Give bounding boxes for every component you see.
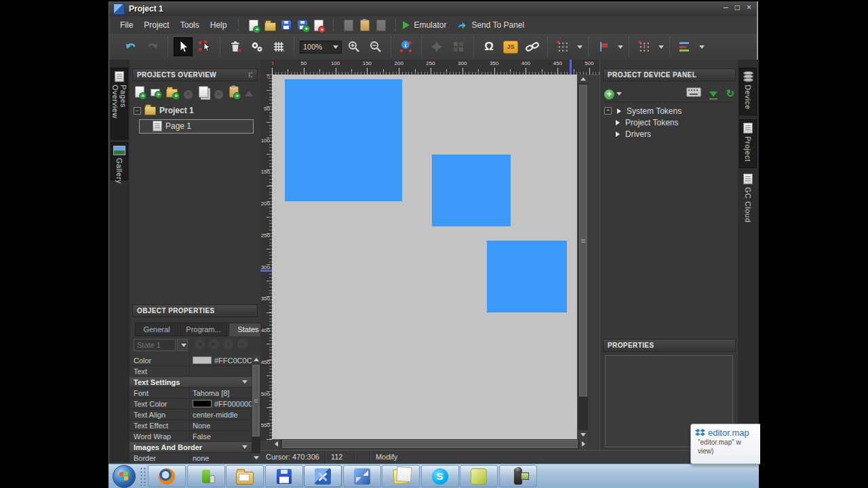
- taskbar-mobile-sync-button[interactable]: [187, 465, 225, 487]
- scroll-up-icon[interactable]: [252, 355, 260, 364]
- new-project-icon-button[interactable]: +: [247, 18, 260, 32]
- taskbar-sticky-notes-button[interactable]: [382, 465, 420, 487]
- zoom-in-button[interactable]: [344, 37, 363, 56]
- dropdown-caret-icon[interactable]: [658, 45, 664, 49]
- collapse-icon[interactable]: –: [134, 107, 141, 115]
- maximize-icon[interactable]: □: [735, 3, 740, 12]
- collapsed-arrow-icon[interactable]: [616, 120, 620, 125]
- color-swatch[interactable]: [193, 357, 212, 364]
- taskbar-notes-app-button[interactable]: [460, 465, 498, 487]
- send-to-panel-button[interactable]: Send To Panel: [471, 20, 524, 30]
- property-value[interactable]: False: [189, 431, 252, 441]
- distribute-button[interactable]: [675, 37, 694, 56]
- omega-button[interactable]: Ω: [479, 37, 498, 56]
- add-token-button[interactable]: +: [604, 87, 614, 100]
- state-selector[interactable]: State 1: [134, 339, 176, 351]
- property-row-images-and-border[interactable]: Images And Border: [130, 442, 252, 453]
- undo-button[interactable]: [121, 37, 140, 56]
- tab-device[interactable]: Device: [739, 68, 757, 115]
- scrollbar-thumb[interactable]: [282, 440, 578, 448]
- zoom-level-select[interactable]: 100%: [300, 41, 342, 54]
- tree-item-project-tokens[interactable]: Project Tokens: [604, 117, 679, 128]
- tab-gc-cloud[interactable]: GC Cloud: [739, 171, 757, 224]
- canvas-widget-3[interactable]: [487, 241, 567, 312]
- property-value[interactable]: [189, 366, 252, 376]
- start-button[interactable]: [113, 465, 136, 488]
- state-dropdown-button[interactable]: [177, 339, 188, 351]
- add-token-caret-icon[interactable]: [616, 92, 622, 96]
- property-row-border[interactable]: Bordernone: [130, 453, 252, 462]
- color-swatch[interactable]: [193, 400, 212, 407]
- tab-gallery[interactable]: Gallery: [111, 142, 128, 180]
- taskbar-firefox-button[interactable]: [148, 465, 186, 487]
- property-value[interactable]: center-middle: [189, 409, 252, 420]
- scrollbar-thumb[interactable]: [252, 365, 260, 436]
- grid-toggle-button[interactable]: [269, 37, 288, 56]
- multi-select-button[interactable]: [195, 37, 214, 56]
- align-flag-button[interactable]: [594, 37, 613, 56]
- text-grid-button[interactable]: T: [635, 37, 654, 56]
- dropdown-caret-icon[interactable]: [577, 45, 583, 49]
- download-tokens-button[interactable]: [709, 87, 717, 100]
- menu-project[interactable]: Project: [138, 18, 174, 32]
- dropdown-caret-icon[interactable]: [618, 45, 623, 49]
- taskbar-file-explorer-button[interactable]: [226, 465, 264, 487]
- section-collapse-icon[interactable]: [242, 445, 248, 449]
- add-folder-icon-button[interactable]: +: [166, 86, 178, 100]
- collapsed-arrow-icon[interactable]: [616, 131, 620, 137]
- scroll-left-icon[interactable]: [272, 439, 281, 449]
- vertical-scrollbar[interactable]: [578, 75, 588, 439]
- taskbar-floppy-app-button[interactable]: [265, 465, 303, 487]
- property-row-text-color[interactable]: Text Color#FF000000: [130, 399, 252, 409]
- scrollbar-thumb[interactable]: [579, 85, 587, 396]
- property-grid-scrollbar[interactable]: [252, 355, 260, 462]
- property-value[interactable]: #FFC0C0C0: [189, 355, 252, 365]
- snap-grid-button[interactable]: [553, 37, 572, 56]
- dropbox-notification[interactable]: editor.map "editor.map" w view): [690, 424, 760, 464]
- tree-item-drivers[interactable]: Drivers: [604, 128, 651, 140]
- property-row-text-align[interactable]: Text Aligncenter-middle: [130, 409, 252, 420]
- minimize-icon[interactable]: –: [724, 3, 728, 12]
- property-value[interactable]: Tahoma [8]: [189, 388, 252, 398]
- add-widget-icon-button[interactable]: +: [151, 87, 160, 99]
- emulator-play-icon[interactable]: [403, 21, 410, 29]
- tree-item-page[interactable]: Page 1: [153, 120, 191, 132]
- close-icon[interactable]: ×: [747, 3, 751, 12]
- settings-gears-button[interactable]: [248, 37, 267, 56]
- notification-title[interactable]: editor.map: [708, 428, 749, 438]
- tree-item-system-tokens[interactable]: +System Tokens: [604, 105, 682, 117]
- collapsed-arrow-icon[interactable]: [617, 108, 621, 114]
- copy-page-icon-button[interactable]: [199, 86, 208, 100]
- canvas-widget-1[interactable]: [285, 79, 402, 201]
- object-info-button[interactable]: i: [397, 37, 416, 56]
- save-as-icon-button[interactable]: +: [296, 18, 309, 32]
- property-value[interactable]: none: [189, 453, 252, 462]
- section-collapse-icon[interactable]: [242, 380, 248, 384]
- virtual-keyboard-button[interactable]: [686, 87, 701, 100]
- dropdown-caret-icon[interactable]: [699, 45, 705, 49]
- save-project-icon-button[interactable]: [279, 18, 293, 32]
- open-project-icon-button[interactable]: [263, 18, 277, 32]
- property-row-text-effect[interactable]: Text EffectNone: [130, 420, 252, 431]
- send-to-panel-icon[interactable]: [456, 20, 467, 30]
- tab-pages-overview[interactable]: Pages Overview: [111, 68, 128, 140]
- scroll-down-icon[interactable]: [252, 453, 260, 462]
- taskbar-camcorder-app-button[interactable]: [499, 465, 537, 487]
- canvas-widget-2[interactable]: [432, 155, 511, 227]
- add-page-icon-button[interactable]: +: [135, 86, 144, 100]
- panel-menu-icon[interactable]: ⁞⁚: [248, 72, 253, 79]
- menu-tools[interactable]: Tools: [175, 18, 205, 32]
- delete-widget-button[interactable]: ×: [226, 37, 245, 56]
- paste-page-icon-button[interactable]: +: [229, 86, 239, 100]
- property-value[interactable]: #FF000000: [189, 399, 252, 409]
- property-row-color[interactable]: Color#FFC0C0C0: [130, 355, 252, 366]
- tab-project[interactable]: Project: [739, 119, 757, 168]
- design-canvas[interactable]: [272, 75, 577, 439]
- scroll-up-icon[interactable]: [578, 75, 588, 83]
- link-button[interactable]: [523, 37, 542, 56]
- refresh-button[interactable]: ↻: [726, 87, 734, 100]
- property-row-font[interactable]: FontTahoma [8]: [130, 388, 252, 399]
- taskbar-designer-app-button[interactable]: [304, 465, 342, 487]
- property-row-text[interactable]: Text: [130, 366, 252, 377]
- tab-general[interactable]: General: [135, 323, 178, 336]
